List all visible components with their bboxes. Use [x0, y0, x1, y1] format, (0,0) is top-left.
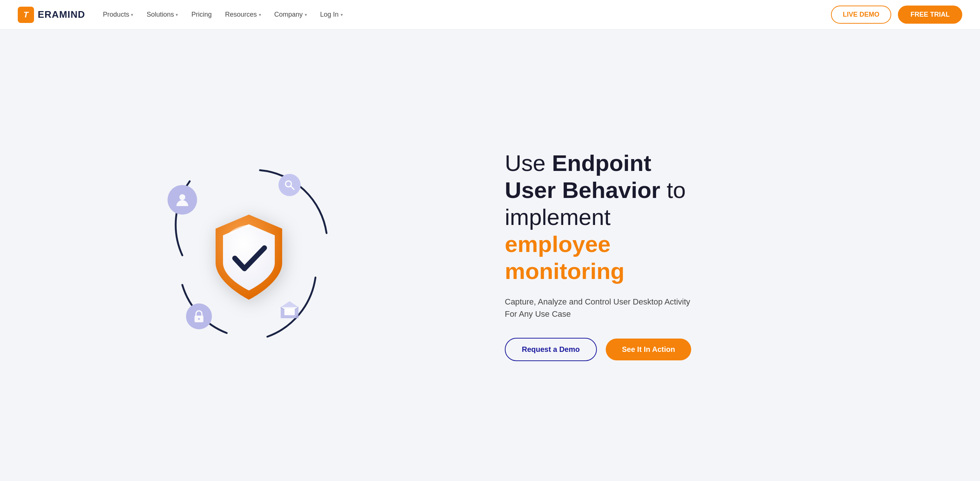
hero-subtext: Capture, Analyze and Control User Deskto…	[505, 296, 950, 320]
hero-content: Use EndpointUser Behavior to implement e…	[483, 150, 950, 362]
svg-point-0	[179, 194, 185, 200]
hero-heading: Use EndpointUser Behavior to implement e…	[505, 150, 950, 285]
svg-rect-5	[285, 309, 295, 315]
nav-pricing[interactable]: Pricing	[191, 11, 212, 19]
live-demo-button[interactable]: LIVE DEMO	[831, 6, 891, 24]
shield-icon	[208, 211, 290, 300]
hero-section: Use EndpointUser Behavior to implement e…	[0, 30, 980, 481]
lock-orbit-icon	[186, 303, 212, 329]
nav-products[interactable]: Products ▾	[103, 11, 133, 19]
user-orbit-icon	[167, 185, 197, 215]
nav-actions: LIVE DEMO FREE TRIAL	[831, 6, 962, 24]
nav-links: Products ▾ Solutions ▾ Pricing Resources…	[103, 11, 831, 19]
nav-solutions[interactable]: Solutions ▾	[146, 11, 178, 19]
logo-icon: T	[18, 7, 34, 23]
chevron-down-icon: ▾	[305, 12, 307, 18]
hero-orange-text: employeemonitoring	[505, 231, 625, 284]
nav-company[interactable]: Company ▾	[274, 11, 307, 19]
svg-line-2	[291, 186, 294, 190]
chevron-down-icon: ▾	[340, 12, 343, 18]
svg-point-4	[198, 318, 200, 320]
chevron-down-icon: ▾	[131, 12, 133, 18]
hero-buttons: Request a Demo See It In Action	[505, 338, 950, 361]
navbar: T ERAMIND Products ▾ Solutions ▾ Pricing…	[0, 0, 980, 30]
see-it-in-action-button[interactable]: See It In Action	[606, 339, 692, 360]
free-trial-button[interactable]: FREE TRIAL	[898, 6, 962, 24]
circle-illustration	[153, 152, 345, 359]
chevron-down-icon: ▾	[259, 12, 261, 18]
search-orbit-icon	[278, 174, 301, 196]
logo-link[interactable]: T ERAMIND	[18, 7, 85, 23]
request-demo-button[interactable]: Request a Demo	[505, 338, 597, 361]
nav-resources[interactable]: Resources ▾	[225, 11, 261, 19]
hero-illustration	[15, 140, 483, 370]
nav-login[interactable]: Log In ▾	[320, 11, 343, 19]
logo-text: ERAMIND	[38, 9, 85, 20]
chevron-down-icon: ▾	[176, 12, 178, 18]
